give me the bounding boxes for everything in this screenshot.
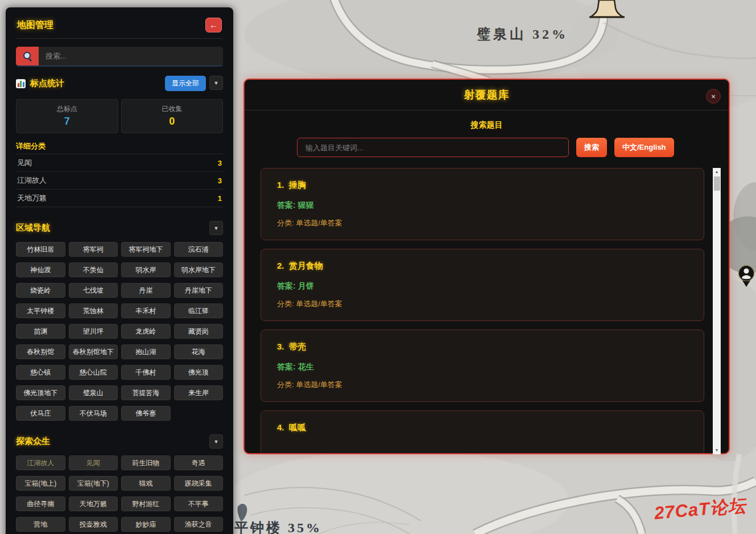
scroll-up-arrow-icon[interactable]: ▲	[713, 168, 721, 176]
explore-button[interactable]: 不平事	[174, 496, 224, 511]
region-button[interactable]: 临江驿	[174, 303, 224, 318]
search-icon	[23, 52, 32, 60]
answer-label: 答案:	[277, 281, 296, 290]
region-button[interactable]: 来生岸	[174, 385, 224, 400]
explore-button[interactable]: 江湖故人	[16, 455, 65, 470]
total-markers-label: 总标点	[16, 104, 118, 114]
question-list-scrollbar[interactable]: ▲ ▼	[713, 168, 721, 454]
region-button[interactable]: 竹林旧居	[16, 242, 65, 257]
region-button[interactable]: 丹崖	[121, 283, 171, 298]
region-button[interactable]: 望川坪	[69, 324, 118, 339]
explore-section-header: 探索众生 ▼	[16, 434, 223, 449]
close-icon[interactable]: ×	[706, 89, 721, 104]
region-button[interactable]: 菩提苦海	[121, 385, 171, 400]
regions-collapse-button[interactable]: ▼	[209, 221, 223, 235]
region-button[interactable]: 千佛村	[121, 365, 171, 380]
region-button[interactable]: 花海	[174, 344, 224, 359]
region-button[interactable]: 七伐坡	[69, 283, 118, 298]
stats-section-header: 标点统计 显示全部 ▼	[16, 76, 223, 91]
explore-button[interactable]: 宝箱(地下)	[69, 476, 118, 491]
panel-header: 地图管理 ←	[16, 15, 223, 39]
region-button[interactable]: 将军祠地下	[121, 242, 171, 257]
category-value: 单选题/单答案	[296, 219, 342, 227]
answer-value: 猩猩	[298, 200, 314, 210]
explore-button[interactable]: 营地	[16, 517, 65, 532]
region-button[interactable]: 丹崖地下	[174, 283, 224, 298]
question-card[interactable]: 3. 带壳 答案: 花生 分类: 单选题/单答案	[261, 330, 704, 402]
show-all-button[interactable]: 显示全部	[165, 76, 206, 91]
question-search-input[interactable]	[297, 138, 569, 157]
category-value: 单选题/单答案	[296, 380, 342, 389]
explore-button[interactable]: 野村游红	[121, 496, 171, 511]
category-list: 见闻 3 江湖故人 3 天地万籁 1	[16, 154, 223, 207]
region-button[interactable]: 佛光顶	[174, 365, 224, 380]
region-button[interactable]: 藏贤岗	[174, 324, 224, 339]
explore-button[interactable]: 妙妙庙	[121, 517, 171, 532]
region-button[interactable]: 佛爷寨	[121, 406, 171, 421]
regions-section-header: 区域导航 ▼	[16, 221, 223, 235]
question-card[interactable]: 2. 赏月食物 答案: 月饼 分类: 单选题/单答案	[261, 249, 704, 321]
scroll-down-arrow-icon[interactable]: ▼	[713, 446, 721, 454]
category-row[interactable]: 见闻 3	[16, 154, 223, 171]
region-button[interactable]: 不羡仙	[69, 262, 118, 277]
language-toggle-button[interactable]: 中文/English	[614, 138, 674, 157]
map-region-label-zhonglou: 平钟楼 35%	[234, 519, 322, 534]
explore-button[interactable]: 投壶雅戏	[69, 517, 118, 532]
scrollbar-thumb[interactable]	[714, 176, 720, 191]
search-button[interactable]: 搜索	[576, 138, 607, 157]
question-number: 3.	[277, 342, 284, 351]
modal-header: 射覆题库 ×	[245, 80, 729, 110]
region-button[interactable]: 弱水岸地下	[174, 262, 224, 277]
region-button[interactable]: 神仙渡	[16, 262, 65, 277]
region-button[interactable]: 慈心镇	[16, 365, 65, 380]
category-label: 分类:	[277, 380, 294, 389]
region-button[interactable]: 璧泉山	[69, 385, 118, 400]
region-button[interactable]: 太平钟楼	[16, 303, 65, 318]
region-button[interactable]: 烧瓷岭	[16, 283, 65, 298]
explore-button[interactable]: 蹊跷采集	[174, 476, 224, 491]
region-button[interactable]: 佛光顶地下	[16, 385, 65, 400]
region-button[interactable]: 丰禾村	[121, 303, 171, 318]
question-card[interactable]: 1. 捶胸 答案: 猩猩 分类: 单选题/单答案	[261, 168, 704, 240]
collected-markers-value: 0	[122, 116, 223, 128]
explore-collapse-button[interactable]: ▼	[209, 434, 223, 449]
total-markers-value: 7	[16, 116, 118, 128]
explore-button[interactable]: 前生旧物	[121, 455, 171, 470]
category-value: 单选题/单答案	[296, 299, 342, 308]
explore-button[interactable]: 见闻	[69, 455, 118, 470]
modal-search-label: 搜索题目	[245, 120, 729, 130]
stats-title: 标点统计	[30, 78, 64, 89]
question-card[interactable]: 4. 呱呱	[261, 410, 704, 453]
question-title: 呱呱	[289, 422, 306, 432]
stats-collapse-button[interactable]: ▼	[209, 76, 223, 90]
explore-button[interactable]: 奇遇	[174, 455, 224, 470]
region-button[interactable]: 苗渊	[16, 324, 65, 339]
region-button[interactable]: 伏马庄	[16, 406, 65, 421]
sidebar-search-input[interactable]	[39, 47, 223, 65]
region-button[interactable]: 抱山湖	[121, 344, 171, 359]
question-number: 1.	[277, 180, 284, 190]
region-button[interactable]: 春秋别馆	[16, 344, 65, 359]
explore-button-grid: 江湖故人 见闻 前生旧物 奇遇 宝箱(地上) 宝箱(地下) 猫戏 蹊跷采集 曲径…	[16, 455, 223, 532]
question-list[interactable]: 1. 捶胸 答案: 猩猩 分类: 单选题/单答案 2. 赏月食物 答案: 月饼 …	[254, 168, 715, 453]
explore-button[interactable]: 宝箱(地上)	[16, 476, 65, 491]
screen: 璧泉山 32% 平钟楼 35% 27CaT论坛 地图管理 ← 标点统计 显示全部…	[0, 0, 756, 534]
category-row[interactable]: 天地万籁 1	[16, 189, 223, 207]
answer-label: 答案:	[277, 362, 296, 371]
explore-button[interactable]: 猫戏	[121, 476, 171, 491]
category-row[interactable]: 江湖故人 3	[16, 171, 223, 189]
region-button[interactable]: 荒蚀林	[69, 303, 118, 318]
region-button[interactable]: 龙虎岭	[121, 324, 171, 339]
explore-button[interactable]: 曲径寻幽	[16, 496, 65, 511]
explore-button[interactable]: 天地万籁	[69, 496, 118, 511]
region-button[interactable]: 春秋别馆地下	[69, 344, 118, 359]
collapse-panel-button[interactable]: ←	[205, 18, 222, 32]
region-button[interactable]: 将军祠	[69, 242, 118, 257]
search-icon-button[interactable]	[16, 47, 39, 65]
region-button[interactable]: 浣石浦	[174, 242, 224, 257]
explore-button[interactable]: 渔获之音	[174, 517, 224, 532]
region-button[interactable]: 慈心山院	[69, 365, 118, 380]
region-button[interactable]: 弱水岸	[121, 262, 171, 277]
region-button[interactable]: 不伏马场	[69, 406, 118, 421]
stats-cards: 总标点 7 已收集 0	[16, 99, 223, 133]
